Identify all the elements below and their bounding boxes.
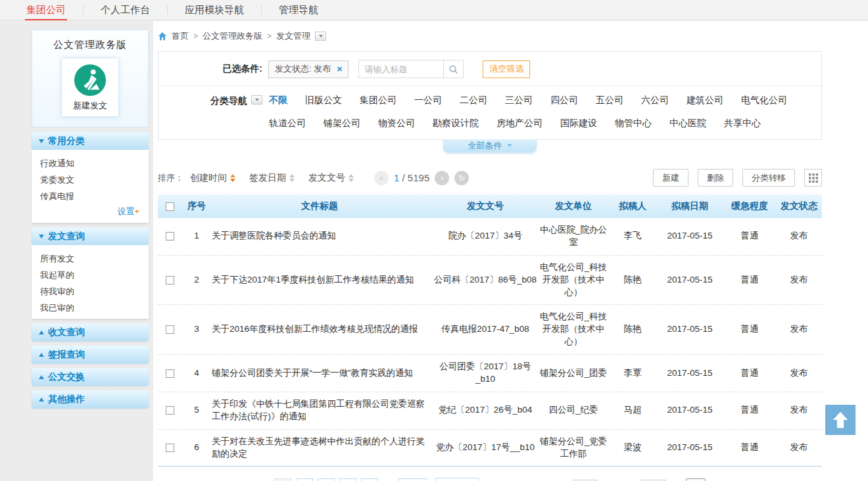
category-item[interactable]: 国际建设	[560, 118, 597, 129]
cell-urgency: 普通	[723, 367, 776, 380]
cell-drafter: 梁波	[609, 442, 656, 454]
row-checkbox[interactable]	[166, 325, 174, 334]
category-item[interactable]: 物管中心	[615, 118, 652, 129]
new-button[interactable]: 新建	[653, 169, 688, 187]
sidebar-header-report-query[interactable]: 签报查询	[32, 346, 149, 363]
select-all-checkbox[interactable]	[166, 202, 174, 211]
top-nav-personal-workspace[interactable]: 个人工作台	[99, 0, 151, 20]
sort-option-label: 签发日期	[249, 172, 286, 184]
sidebar-header-doc-exchange[interactable]: 公文交换	[32, 368, 149, 386]
breadcrumb-app[interactable]: 公文管理政务版	[203, 30, 262, 42]
all-conditions-label: 全部条件	[468, 140, 502, 152]
page-separator: /	[402, 172, 405, 183]
page-button-last[interactable]: 5195	[398, 478, 427, 481]
category-item-unlimited[interactable]: 不限	[269, 95, 287, 106]
category-item[interactable]: 中心医院	[669, 118, 706, 129]
breadcrumb-dropdown-icon[interactable]	[315, 32, 326, 41]
cell-seq: 4	[181, 367, 212, 380]
row-checkbox[interactable]	[166, 406, 174, 415]
cell-urgency: 普通	[723, 230, 776, 242]
go-button[interactable]: Go	[686, 478, 706, 481]
sidebar-item-admin-notice[interactable]: 行政通知	[32, 155, 149, 172]
page-button-2[interactable]: 2	[296, 478, 313, 481]
sort-create-time[interactable]: 创建时间	[190, 172, 235, 184]
cell-seq: 6	[181, 442, 212, 454]
chevron-down-icon	[507, 144, 512, 147]
category-item[interactable]: 三公司	[505, 95, 533, 106]
sidebar-header-common-categories[interactable]: 常用分类	[32, 132, 149, 150]
category-item[interactable]: 旧版公文	[305, 95, 342, 106]
cell-doc-number: 公司科〔2017〕86号_b08	[433, 274, 538, 286]
cell-title[interactable]: 铺架分公司团委关于开展“一学一做”教育实践的通知	[212, 367, 433, 380]
category-item[interactable]: 集团公司	[360, 95, 397, 106]
cell-title[interactable]: 关于印发《中铁十七局集团第四工程有限公司党委巡察工作办法(试行)》的通知	[212, 398, 433, 423]
next-page-button[interactable]: 下一页	[435, 478, 479, 481]
section-label: 签报查询	[48, 349, 85, 361]
cell-title[interactable]: 关于对在关改玉先进事迹选树中作出贡献的个人进行奖励的决定	[212, 436, 433, 461]
category-item[interactable]: 房地产公司	[496, 118, 542, 129]
row-checkbox[interactable]	[166, 444, 174, 452]
cell-seq: 1	[181, 230, 212, 242]
category-item[interactable]: 五公司	[596, 95, 623, 106]
category-item[interactable]: 轨道公司	[269, 118, 306, 129]
all-conditions-toggle[interactable]: 全部条件	[443, 139, 537, 152]
category-item[interactable]: 勘察设计院	[433, 118, 479, 129]
sidebar-header-other-ops[interactable]: 其他操作	[32, 390, 149, 408]
sidebar-header-outgoing-query[interactable]: 发文查询	[32, 227, 149, 245]
back-to-top-button[interactable]	[825, 405, 856, 435]
breadcrumb-current[interactable]: 发文管理	[276, 30, 310, 42]
cell-title[interactable]: 关于2016年度科技创新工作绩效考核兑现情况的通报	[212, 323, 433, 336]
top-nav-group-company[interactable]: 集团公司	[25, 0, 67, 20]
row-checkbox[interactable]	[166, 276, 174, 285]
triangle-down-icon	[39, 139, 44, 143]
delete-button[interactable]: 删除	[698, 169, 733, 187]
page-button-1[interactable]: 1	[274, 478, 291, 481]
clear-filter-button[interactable]: 清空筛选	[483, 60, 530, 78]
sidebar-item-drafted-by-me[interactable]: 我起草的	[32, 267, 149, 283]
sidebar-item-all-docs[interactable]: 所有发文	[32, 250, 149, 267]
category-item[interactable]: 六公司	[641, 95, 669, 106]
header-title: 文件标题	[212, 200, 433, 212]
row-checkbox[interactable]	[166, 232, 174, 240]
search-button[interactable]	[443, 60, 463, 78]
new-doc-button[interactable]: 新建发文	[62, 58, 118, 116]
category-item[interactable]: 共享中心	[724, 118, 761, 129]
category-item[interactable]: 物资公司	[378, 118, 415, 129]
page-button-3[interactable]: 3	[318, 478, 335, 481]
sort-doc-number[interactable]: 发文文号	[308, 172, 354, 184]
category-item[interactable]: 建筑公司	[687, 95, 723, 106]
category-item[interactable]: 二公司	[460, 95, 487, 106]
sidebar-item-party-doc[interactable]: 党委发文	[32, 172, 149, 188]
next-page-icon[interactable]: ›	[435, 171, 449, 185]
sidebar-section-outgoing-query: 发文查询 所有发文 我起草的 待我审的 我已审的	[32, 227, 149, 319]
selected-conditions-row: 已选条件: 发文状态: 发布 × 清空筛选	[158, 52, 821, 85]
cell-title[interactable]: 关于下达2017年1季度科技创新工作考核结果的通知	[212, 274, 433, 286]
close-icon[interactable]: ×	[337, 64, 342, 74]
sidebar-item-fax-telegram[interactable]: 传真电报	[32, 188, 149, 204]
category-dropdown-icon[interactable]	[251, 95, 262, 104]
prev-page-icon[interactable]: ‹	[374, 171, 389, 185]
category-item[interactable]: 四公司	[550, 95, 578, 106]
refresh-icon[interactable]: ↻	[454, 171, 469, 185]
row-checkbox[interactable]	[166, 369, 174, 378]
sidebar-item-reviewed-by-me[interactable]: 我已审的	[32, 300, 149, 316]
page-button-5[interactable]: 5	[361, 478, 378, 481]
grid-view-button[interactable]	[804, 169, 822, 187]
category-item[interactable]: 电气化公司	[741, 95, 787, 106]
plus-icon: +	[134, 206, 139, 216]
category-item[interactable]: 一公司	[414, 95, 442, 106]
sidebar-header-incoming-query[interactable]: 收文查询	[32, 323, 149, 341]
category-item[interactable]: 铺架公司	[324, 118, 360, 129]
sort-issue-date[interactable]: 签发日期	[249, 172, 295, 184]
cell-draft-date: 2017-05-15	[656, 230, 723, 242]
top-nav-app-modules[interactable]: 应用模块导航	[183, 0, 245, 20]
search-input[interactable]	[359, 60, 443, 78]
settings-link[interactable]: 设置+	[32, 204, 149, 220]
category-transfer-button[interactable]: 分类转移	[742, 169, 795, 187]
cell-title[interactable]: 关于调整医院各种委员会的通知	[212, 230, 433, 242]
page-button-4[interactable]: 4	[339, 478, 356, 481]
category-nav-label: 分类导航	[158, 95, 262, 129]
sidebar-item-pending-my-review[interactable]: 待我审的	[32, 283, 149, 300]
top-nav-admin[interactable]: 管理导航	[277, 0, 320, 20]
breadcrumb-home[interactable]: 首页	[172, 30, 189, 42]
